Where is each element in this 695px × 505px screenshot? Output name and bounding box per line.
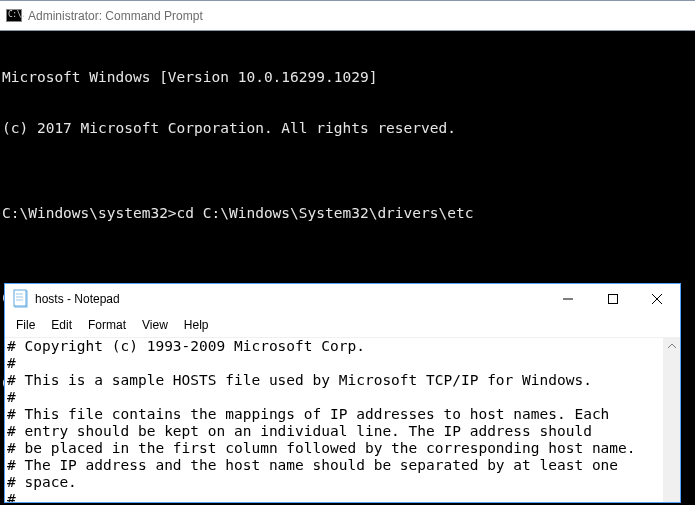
cmd-line: Microsoft Windows [Version 10.0.16299.10… — [2, 69, 693, 86]
notepad-text-area[interactable]: # Copyright (c) 1993-2009 Microsoft Corp… — [5, 338, 680, 502]
notepad-title: hosts - Notepad — [35, 292, 545, 306]
close-button[interactable] — [635, 284, 680, 314]
menu-file[interactable]: File — [9, 316, 42, 334]
cmd-titlebar[interactable]: C:\. Administrator: Command Prompt — [0, 1, 695, 31]
cmd-line: C:\Windows\system32>cd C:\Windows\System… — [2, 205, 693, 222]
cmd-line: (c) 2017 Microsoft Corporation. All righ… — [2, 120, 693, 137]
menu-format[interactable]: Format — [81, 316, 133, 334]
notepad-icon — [13, 289, 29, 309]
notepad-body: # Copyright (c) 1993-2009 Microsoft Corp… — [5, 337, 680, 502]
notepad-menubar: File Edit Format View Help — [5, 314, 680, 337]
window-controls — [545, 284, 680, 314]
menu-help[interactable]: Help — [177, 316, 216, 334]
vertical-scrollbar[interactable] — [663, 338, 680, 502]
minimize-button[interactable] — [545, 284, 590, 314]
menu-edit[interactable]: Edit — [44, 316, 79, 334]
menu-view[interactable]: View — [135, 316, 175, 334]
cmd-title: Administrator: Command Prompt — [28, 9, 203, 23]
notepad-window: hosts - Notepad File Edit Format View He… — [4, 283, 681, 503]
scroll-up-button[interactable] — [663, 338, 680, 355]
maximize-button[interactable] — [590, 284, 635, 314]
svg-rect-1 — [14, 290, 26, 306]
cmd-icon: C:\. — [6, 9, 22, 22]
notepad-titlebar[interactable]: hosts - Notepad — [5, 284, 680, 314]
svg-rect-6 — [608, 295, 617, 304]
